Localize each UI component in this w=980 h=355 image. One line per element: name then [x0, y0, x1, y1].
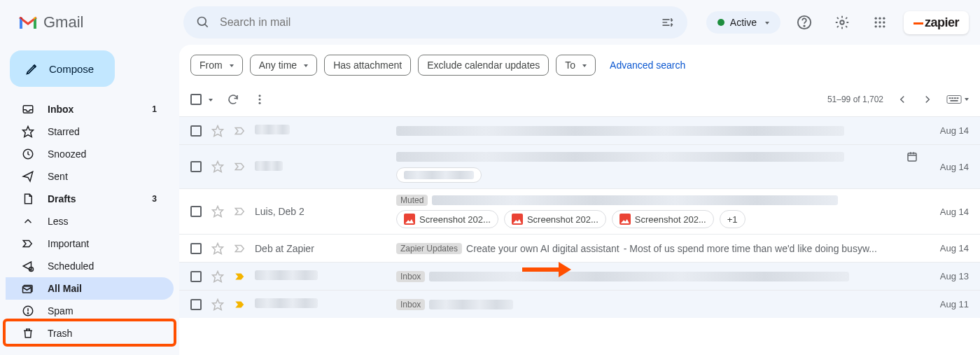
refresh-icon[interactable]	[227, 93, 239, 106]
muted-label: Muted	[396, 195, 428, 206]
select-all-checkbox[interactable]	[190, 94, 213, 105]
sidebar-item-drafts[interactable]: Drafts 3	[6, 188, 174, 210]
row-checkbox[interactable]	[190, 271, 202, 282]
important-icon[interactable]	[234, 125, 246, 137]
app-name: Gmail	[43, 13, 83, 32]
prev-page-icon[interactable]	[896, 93, 909, 106]
row-checkbox[interactable]	[190, 125, 202, 137]
apps-grid-icon[interactable]	[866, 8, 894, 36]
filter-exclude-calendar[interactable]: Exclude calendar updates	[418, 55, 549, 76]
search-options-icon[interactable]	[661, 15, 675, 29]
redacted-chip	[396, 167, 482, 183]
svg-point-6	[840, 20, 844, 25]
svg-rect-31	[954, 97, 956, 99]
attachment-chip[interactable]: Screenshot 202...	[504, 210, 606, 228]
image-icon	[620, 214, 631, 225]
svg-point-5	[804, 25, 804, 26]
star-icon[interactable]	[211, 205, 224, 218]
row-checkbox[interactable]	[190, 299, 202, 310]
svg-point-11	[878, 21, 881, 23]
star-icon[interactable]	[211, 298, 224, 311]
svg-rect-32	[957, 97, 959, 99]
filter-any-time[interactable]: Any time	[250, 55, 317, 76]
brand-logo[interactable]: zapier	[904, 11, 969, 34]
email-row[interactable]: Inbox Aug 13	[179, 262, 980, 290]
search-bar[interactable]	[183, 6, 687, 39]
star-icon	[21, 125, 35, 138]
email-row[interactable]: Deb at Zapier Zapier Updates Create your…	[179, 234, 980, 262]
svg-marker-35	[213, 162, 223, 172]
row-checkbox[interactable]	[190, 206, 202, 217]
help-icon[interactable]	[790, 8, 818, 36]
status-label: Active	[730, 17, 757, 28]
row-subject: Create your own AI digital assistant	[466, 243, 620, 254]
svg-point-12	[883, 21, 885, 23]
svg-line-1	[205, 25, 208, 27]
important-icon[interactable]	[234, 242, 246, 255]
email-row[interactable]: Aug 14	[179, 116, 980, 144]
compose-button[interactable]: Compose	[10, 50, 115, 87]
filter-from[interactable]: From	[190, 55, 243, 76]
important-icon[interactable]	[234, 160, 246, 173]
redacted-sender	[255, 270, 318, 280]
search-input[interactable]	[220, 16, 651, 29]
svg-marker-39	[213, 271, 223, 281]
next-page-icon[interactable]	[921, 93, 934, 106]
more-icon[interactable]	[253, 93, 266, 106]
attachment-chip[interactable]: Screenshot 202...	[612, 210, 714, 228]
sidebar-item-scheduled[interactable]: Scheduled	[6, 255, 174, 277]
attachment-overflow[interactable]: +1	[720, 210, 746, 228]
email-row-muted[interactable]: Luis, Deb 2 Muted Screenshot 202... Scre…	[179, 188, 980, 234]
redacted-content	[429, 300, 513, 309]
input-tool-icon[interactable]	[946, 95, 969, 104]
pencil-icon	[25, 62, 39, 76]
svg-point-7	[874, 18, 876, 20]
gear-icon[interactable]	[828, 8, 856, 36]
sidebar-item-sent[interactable]: Sent	[6, 165, 174, 188]
sidebar-item-inbox[interactable]: Inbox 1	[6, 98, 174, 120]
email-row[interactable]: Aug 14	[179, 144, 980, 188]
row-date: Aug 14	[927, 207, 969, 217]
sidebar-item-starred[interactable]: Starred	[6, 120, 174, 143]
star-icon[interactable]	[211, 270, 224, 283]
status-chip[interactable]: Active	[706, 11, 780, 34]
sidebar-item-spam[interactable]: Spam	[6, 300, 174, 322]
clock-icon	[21, 148, 35, 160]
svg-point-10	[874, 21, 876, 23]
important-icon	[21, 237, 35, 250]
chevron-down-icon	[580, 60, 587, 71]
redacted-sender	[255, 161, 283, 171]
sidebar-item-less[interactable]: Less	[6, 210, 174, 232]
star-icon[interactable]	[211, 160, 224, 173]
pagination-label: 51–99 of 1,702	[827, 95, 883, 104]
star-icon[interactable]	[211, 242, 224, 255]
toolbar: 51–99 of 1,702	[179, 83, 980, 116]
advanced-search-link[interactable]: Advanced search	[610, 60, 685, 71]
zapier-underline-icon	[913, 22, 923, 25]
sidebar-item-all-mail[interactable]: All Mail	[6, 277, 174, 300]
filter-has-attachment[interactable]: Has attachment	[324, 55, 411, 76]
row-date: Aug 13	[927, 271, 969, 281]
important-icon[interactable]	[234, 270, 246, 283]
important-icon[interactable]	[234, 205, 246, 218]
star-icon[interactable]	[211, 125, 224, 137]
svg-rect-36	[908, 153, 916, 161]
row-date: Aug 14	[927, 125, 969, 136]
important-icon[interactable]	[234, 298, 246, 311]
chevron-up-icon	[21, 215, 35, 228]
filter-row: From Any time Has attachment Exclude cal…	[179, 45, 980, 83]
email-row[interactable]: Inbox Aug 11	[179, 290, 980, 318]
sidebar-item-snoozed[interactable]: Snoozed	[6, 143, 174, 165]
sidebar-item-trash[interactable]: Trash	[6, 322, 174, 344]
row-checkbox[interactable]	[190, 161, 202, 172]
row-checkbox[interactable]	[190, 243, 202, 254]
sidebar-item-important[interactable]: Important	[6, 232, 174, 255]
svg-rect-2	[671, 18, 672, 21]
search-icon	[196, 15, 210, 29]
chevron-down-icon	[206, 94, 213, 105]
svg-point-26	[259, 99, 261, 101]
svg-rect-3	[671, 24, 672, 27]
attachment-chip[interactable]: Screenshot 202...	[396, 210, 498, 228]
inbox-label: Inbox	[396, 299, 425, 310]
filter-to[interactable]: To	[556, 55, 596, 76]
